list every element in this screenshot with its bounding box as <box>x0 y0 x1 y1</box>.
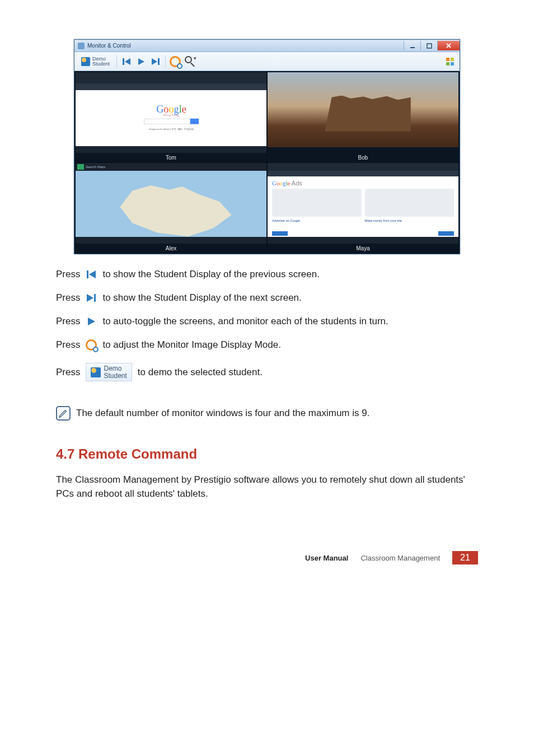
svg-rect-6 <box>158 58 160 65</box>
screen-preview: Search Maps <box>76 163 266 253</box>
titlebar: Monitor & Control <box>74 40 460 52</box>
svg-marker-4 <box>138 58 144 65</box>
footer-product: Classroom Management <box>360 554 440 562</box>
play-icon <box>86 316 97 327</box>
student-name: Maya <box>268 244 458 253</box>
next-icon <box>86 292 97 304</box>
instruction-list: Press to show the Student Display of the… <box>56 269 478 381</box>
instruction-row: Press to show the Student Display of the… <box>56 269 478 280</box>
student-thumbnail[interactable]: Google Hong Kong Google.com.hk offered i… <box>76 72 266 162</box>
previous-icon <box>86 269 97 280</box>
maximize-button[interactable] <box>420 41 437 50</box>
svg-rect-10 <box>94 294 96 302</box>
instruction-text: to show the Student Display of the previ… <box>102 269 319 280</box>
instruction-row: Press to show the Student Display of the… <box>56 292 478 304</box>
instruction-text: to show the Student Display of the next … <box>102 292 301 304</box>
previous-button[interactable] <box>120 55 133 68</box>
monitor-grid: Google Hong Kong Google.com.hk offered i… <box>74 71 460 254</box>
instruction-text: to demo the selected student. <box>138 367 263 378</box>
gear-icon <box>170 56 181 67</box>
section-heading: 4.7 Remote Command <box>56 446 478 462</box>
toolbar: Demo Student ▾ <box>74 52 460 71</box>
note-text: The default number of monitor windows is… <box>76 408 369 419</box>
press-label: Press <box>56 269 80 280</box>
svg-rect-0 <box>410 47 415 48</box>
monitor-control-window: Monitor & Control Demo Student <box>74 39 460 254</box>
grid-icon <box>446 58 454 66</box>
svg-rect-1 <box>427 44 432 48</box>
press-label: Press <box>56 339 80 351</box>
demo-label-line2: Student <box>92 62 110 67</box>
note: The default number of monitor windows is… <box>56 406 478 421</box>
press-label: Press <box>56 316 80 327</box>
student-name: Tom <box>76 153 266 162</box>
demo-student-inline-button: Demo Student <box>86 363 132 381</box>
press-label: Press <box>56 367 80 378</box>
svg-rect-7 <box>87 270 88 278</box>
svg-marker-3 <box>125 58 130 65</box>
instruction-row: Press to auto-toggle the screens, and mo… <box>56 316 478 327</box>
svg-marker-11 <box>88 318 95 325</box>
student-thumbnail[interactable]: Bob <box>268 72 458 162</box>
app-icon <box>78 43 85 49</box>
section-body: The Classroom Management by Prestigio so… <box>56 473 478 501</box>
note-icon <box>56 406 71 421</box>
svg-marker-8 <box>89 270 96 278</box>
grid-view-button[interactable] <box>444 55 456 68</box>
play-button[interactable] <box>135 55 147 68</box>
student-name: Alex <box>76 244 266 253</box>
svg-marker-9 <box>87 294 93 302</box>
window-title: Monitor & Control <box>87 43 131 49</box>
demo-student-icon <box>81 57 90 66</box>
page-footer: User Manual Classroom Management 21 <box>56 551 478 564</box>
settings-button[interactable] <box>169 55 181 68</box>
footer-user-manual: User Manual <box>305 554 348 562</box>
instruction-row: Press to adjust the Monitor Image Displa… <box>56 339 478 351</box>
student-thumbnail[interactable]: Search Maps Alex <box>76 163 266 253</box>
instruction-row: Press Demo Student to demo the selected … <box>56 363 478 381</box>
svg-marker-5 <box>152 58 157 65</box>
page-number: 21 <box>452 551 478 564</box>
student-thumbnail[interactable]: Google Ads Advertise on Google Make mone… <box>268 163 458 253</box>
minimize-button[interactable] <box>404 41 420 50</box>
gear-icon <box>86 339 97 351</box>
close-button[interactable] <box>437 41 460 50</box>
magnifier-icon: ▾ <box>184 55 195 68</box>
screen-preview: Google Ads Advertise on Google Make mone… <box>268 163 458 253</box>
zoom-button[interactable]: ▾ <box>184 55 196 68</box>
screen-preview: Google Hong Kong Google.com.hk offered i… <box>76 72 266 162</box>
svg-rect-2 <box>123 58 124 65</box>
next-button[interactable] <box>149 55 162 68</box>
instruction-text: to adjust the Monitor Image Display Mode… <box>102 339 280 351</box>
screen-preview <box>268 72 458 162</box>
press-label: Press <box>56 292 80 304</box>
instruction-text: to auto-toggle the screens, and monitor … <box>102 316 388 327</box>
demo-student-button[interactable]: Demo Student <box>78 55 113 68</box>
student-name: Bob <box>268 153 458 162</box>
demo-student-icon <box>91 367 101 377</box>
